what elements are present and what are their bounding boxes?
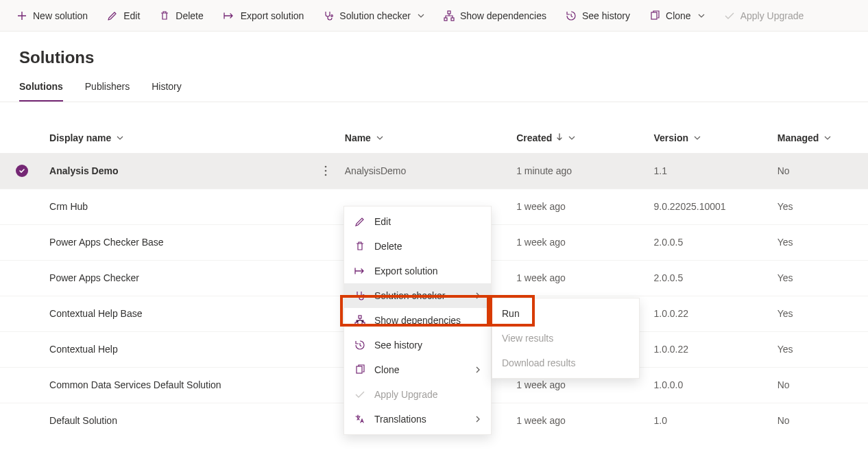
cmd-label: See history	[582, 10, 630, 21]
dependencies-icon	[444, 10, 455, 21]
version-cell: 9.0.22025.10001	[653, 201, 725, 212]
new-solution-button[interactable]: New solution	[8, 6, 96, 25]
menu-delete[interactable]: Delete	[344, 234, 491, 259]
display-name-cell: Power Apps Checker	[49, 272, 139, 283]
menu-label: Delete	[374, 241, 402, 252]
stethoscope-icon	[354, 290, 366, 301]
svg-rect-10	[355, 322, 358, 325]
col-version[interactable]: Version	[648, 123, 771, 153]
display-name-cell: Power Apps Checker Base	[49, 237, 164, 248]
menu-label: Run	[502, 308, 520, 319]
cmd-label: Solution checker	[339, 10, 411, 21]
menu-export-solution[interactable]: Export solution	[344, 259, 491, 283]
col-managed[interactable]: Managed	[772, 123, 868, 153]
dependencies-icon	[354, 315, 366, 326]
chevron-down-icon	[824, 134, 831, 141]
chevron-right-icon	[474, 364, 481, 375]
menu-label: Export solution	[374, 265, 438, 276]
cmd-label: New solution	[33, 10, 88, 21]
trash-icon	[354, 241, 366, 252]
edit-button[interactable]: Edit	[99, 6, 148, 25]
managed-cell: Yes	[777, 237, 793, 248]
menu-label: Solution checker	[374, 290, 446, 301]
cmd-label: Edit	[123, 10, 140, 21]
sort-desc-icon	[556, 132, 563, 143]
col-name[interactable]: Name	[339, 123, 511, 153]
translate-icon	[354, 414, 366, 425]
clone-button[interactable]: Clone	[641, 6, 713, 25]
apply-upgrade-button: Apply Upgrade	[716, 6, 812, 25]
menu-label: Show dependencies	[374, 315, 461, 326]
submenu-view-results: View results	[492, 326, 639, 351]
clone-icon	[649, 10, 660, 21]
svg-rect-2	[444, 18, 447, 21]
svg-point-0	[331, 14, 333, 16]
chevron-down-icon	[694, 134, 701, 141]
menu-label: Edit	[374, 216, 391, 227]
see-history-button[interactable]: See history	[557, 6, 638, 25]
menu-edit[interactable]: Edit	[344, 209, 491, 234]
svg-point-6	[324, 169, 326, 172]
menu-label: See history	[374, 340, 422, 351]
col-label: Version	[653, 132, 688, 143]
managed-cell: No	[777, 379, 790, 390]
menu-see-history[interactable]: See history	[344, 333, 491, 357]
tab-history[interactable]: History	[152, 73, 182, 102]
menu-label: Apply Upgrade	[374, 389, 438, 400]
col-label: Name	[345, 132, 371, 143]
svg-rect-1	[448, 11, 450, 14]
trash-icon	[159, 10, 170, 21]
chevron-down-icon	[418, 12, 424, 19]
chevron-right-icon	[474, 290, 481, 301]
solution-checker-button[interactable]: Solution checker	[315, 6, 433, 25]
version-cell: 1.0.0.22	[653, 308, 688, 319]
check-icon	[354, 389, 366, 400]
display-name-cell: Contextual Help	[49, 344, 118, 355]
display-name-cell: Common Data Services Default Solution	[49, 379, 221, 390]
svg-point-7	[324, 174, 326, 176]
submenu-download-results: Download results	[492, 351, 639, 375]
display-name-cell: Contextual Help Base	[49, 308, 142, 319]
row-context-menu: Edit Delete Export solution Solution che…	[343, 206, 492, 435]
svg-rect-3	[451, 18, 454, 21]
menu-label: Clone	[374, 364, 400, 375]
delete-button[interactable]: Delete	[151, 6, 211, 25]
tab-solutions[interactable]: Solutions	[19, 73, 63, 102]
chevron-right-icon	[474, 414, 481, 425]
col-display-name[interactable]: Display name	[44, 123, 339, 153]
menu-clone[interactable]: Clone	[344, 357, 491, 382]
menu-show-dependencies[interactable]: Show dependencies	[344, 308, 491, 333]
selected-check-icon	[16, 165, 28, 177]
version-cell: 2.0.0.5	[653, 272, 683, 283]
cmd-label: Export solution	[241, 10, 304, 21]
col-created[interactable]: Created	[511, 123, 648, 153]
table-row[interactable]: Analysis DemoAnalysisDemo1 minute ago1.1…	[0, 153, 868, 189]
version-cell: 2.0.0.5	[653, 237, 683, 248]
pencil-icon	[354, 216, 366, 227]
svg-rect-11	[362, 322, 365, 325]
chevron-down-icon	[376, 134, 383, 141]
more-actions-button[interactable]	[317, 163, 334, 179]
cmd-label: Show dependencies	[460, 10, 546, 21]
pencil-icon	[107, 10, 118, 21]
managed-cell: Yes	[777, 201, 793, 212]
version-cell: 1.0.0.0	[653, 379, 683, 390]
show-dependencies-button[interactable]: Show dependencies	[435, 6, 555, 25]
menu-label: Translations	[374, 414, 426, 425]
svg-point-5	[324, 165, 326, 167]
menu-label: Download results	[502, 357, 575, 368]
version-cell: 1.0	[653, 415, 666, 426]
plus-icon	[16, 10, 27, 21]
tab-bar: Solutions Publishers History	[0, 73, 868, 102]
created-cell: 1 week ago	[516, 415, 566, 426]
export-solution-button[interactable]: Export solution	[215, 6, 313, 25]
menu-solution-checker[interactable]: Solution checker	[344, 283, 491, 308]
tab-publishers[interactable]: Publishers	[85, 73, 130, 102]
chevron-down-icon	[117, 134, 123, 141]
menu-translations[interactable]: Translations	[344, 407, 491, 432]
version-cell: 1.0.0.22	[653, 344, 688, 355]
svg-point-8	[363, 295, 365, 297]
version-cell: 1.1	[653, 165, 666, 176]
history-icon	[566, 10, 577, 21]
submenu-run[interactable]: Run	[492, 301, 639, 326]
